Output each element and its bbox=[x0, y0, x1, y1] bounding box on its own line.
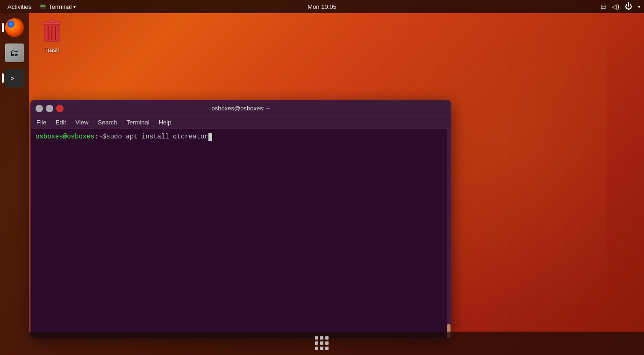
files-icon: 🗂 bbox=[5, 43, 24, 62]
terminal-app-button[interactable]: 📟 Terminal ▾ bbox=[37, 0, 79, 13]
clock: Mon 10:05 bbox=[308, 3, 336, 10]
terminal-window: osboxes@osboxes: ~ File Edit View Search… bbox=[30, 100, 451, 339]
power-icon[interactable]: ⏻ bbox=[625, 2, 632, 11]
grid-dot-4 bbox=[315, 341, 318, 345]
grid-dots-icon bbox=[315, 336, 329, 350]
sidebar-item-firefox[interactable] bbox=[4, 17, 25, 38]
grid-dot-1 bbox=[315, 336, 318, 340]
grid-dot-6 bbox=[325, 341, 329, 345]
menu-search[interactable]: Search bbox=[96, 118, 119, 127]
window-minimize-button[interactable] bbox=[36, 105, 43, 112]
trash-label: Trash bbox=[44, 46, 60, 53]
grid-dot-2 bbox=[320, 336, 323, 340]
terminal-app-label: Terminal bbox=[49, 3, 72, 10]
terminal-window-title: osboxes@osboxes: ~ bbox=[212, 105, 270, 112]
activities-button[interactable]: Activities bbox=[4, 0, 35, 13]
top-panel-left: Activities 📟 Terminal ▾ bbox=[4, 0, 79, 13]
terminal-scrollbar-track[interactable] bbox=[447, 129, 451, 338]
window-controls bbox=[36, 105, 64, 112]
menu-terminal[interactable]: Terminal bbox=[125, 118, 151, 127]
sidebar-item-terminal[interactable]: >_ bbox=[4, 67, 25, 89]
menu-view[interactable]: View bbox=[73, 118, 90, 127]
bottom-panel bbox=[0, 332, 644, 355]
prompt-user: osboxes@osboxes bbox=[36, 132, 94, 142]
prompt-separator: :~$ bbox=[94, 132, 106, 142]
menu-edit[interactable]: Edit bbox=[54, 118, 68, 127]
menu-help[interactable]: Help bbox=[157, 118, 173, 127]
grid-dot-3 bbox=[325, 336, 329, 340]
network-icon[interactable]: ⊟ bbox=[601, 3, 606, 10]
svg-rect-2 bbox=[49, 20, 55, 22]
grid-dot-5 bbox=[320, 341, 323, 345]
trash-svg bbox=[41, 17, 63, 43]
sidebar-dock: 🗂 >_ bbox=[0, 13, 29, 332]
grid-dot-7 bbox=[315, 347, 318, 350]
terminal-menubar: File Edit View Search Terminal Help bbox=[31, 116, 451, 129]
terminal-titlebar: osboxes@osboxes: ~ bbox=[31, 101, 451, 116]
firefox-icon bbox=[5, 18, 24, 37]
trash-desktop-icon[interactable]: Trash bbox=[40, 16, 64, 53]
window-maximize-button[interactable] bbox=[46, 105, 53, 112]
show-applications-button[interactable] bbox=[314, 335, 330, 352]
power-arrow-icon[interactable]: ▾ bbox=[638, 4, 640, 9]
top-panel-right: ⊟ ◁) ⏻ ▾ bbox=[601, 2, 640, 11]
sidebar-item-files[interactable]: 🗂 bbox=[4, 42, 25, 64]
grid-dot-9 bbox=[325, 347, 329, 350]
grid-dot-8 bbox=[320, 347, 323, 350]
sound-icon[interactable]: ◁) bbox=[612, 3, 619, 10]
top-panel: Activities 📟 Terminal ▾ Mon 10:05 ⊟ ◁) ⏻… bbox=[0, 0, 644, 13]
terminal-body[interactable]: osboxes@osboxes :~$ sudo apt install qtc… bbox=[31, 129, 451, 338]
terminal-icon: >_ bbox=[5, 69, 24, 87]
trash-icon-image bbox=[40, 16, 64, 44]
menu-file[interactable]: File bbox=[35, 118, 48, 127]
desktop: Activities 📟 Terminal ▾ Mon 10:05 ⊟ ◁) ⏻… bbox=[0, 0, 644, 355]
window-close-button[interactable] bbox=[56, 105, 64, 112]
terminal-dropdown-arrow: ▾ bbox=[73, 4, 76, 9]
terminal-cursor bbox=[208, 133, 212, 141]
prompt-command: sudo apt install qtcreator bbox=[106, 132, 208, 142]
command-line: osboxes@osboxes :~$ sudo apt install qtc… bbox=[36, 132, 446, 142]
